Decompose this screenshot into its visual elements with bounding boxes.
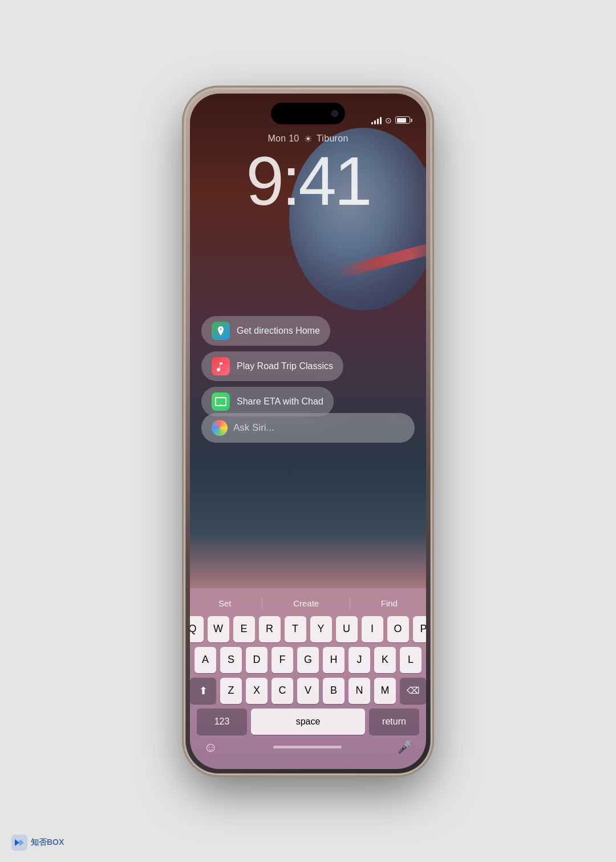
messages-icon: [212, 392, 230, 411]
divider-1: [262, 597, 262, 609]
key-h[interactable]: H: [323, 647, 345, 673]
key-row-1: Q W E R T Y U I O P: [197, 616, 419, 642]
maps-icon: [212, 322, 230, 340]
key-n[interactable]: N: [348, 678, 370, 704]
suggestion-directions-text: Get directions Home: [237, 326, 320, 336]
microphone-button[interactable]: 🎤: [397, 740, 412, 755]
key-row-2: A S D F G H J K L: [197, 647, 419, 673]
key-l[interactable]: L: [400, 647, 422, 673]
key-t[interactable]: T: [285, 616, 306, 642]
key-p[interactable]: P: [413, 616, 427, 642]
time-display: 9:41: [246, 147, 370, 215]
key-m[interactable]: M: [374, 678, 396, 704]
key-z[interactable]: Z: [220, 678, 242, 704]
key-o[interactable]: O: [387, 616, 409, 642]
suggestion-directions[interactable]: Get directions Home: [201, 316, 330, 346]
phone-screen: ⊙ Mon 10 ☀ Tiburon 9:41: [190, 94, 426, 769]
key-k[interactable]: K: [374, 647, 396, 673]
key-123[interactable]: 123: [197, 709, 247, 735]
key-a[interactable]: A: [194, 647, 216, 673]
quick-action-set[interactable]: Set: [213, 596, 237, 610]
signal-icon: [371, 116, 382, 124]
watermark-icon: [11, 835, 27, 851]
battery-fill: [397, 118, 407, 123]
key-return[interactable]: return: [369, 709, 419, 735]
quick-actions-bar: Set Create Find: [194, 593, 422, 614]
quick-action-create[interactable]: Create: [287, 596, 325, 610]
suggestion-music[interactable]: Play Road Trip Classics: [201, 351, 343, 381]
emoji-button[interactable]: ☺: [204, 739, 218, 755]
signal-bar-3: [377, 119, 379, 124]
svg-point-0: [220, 404, 222, 406]
key-u[interactable]: U: [336, 616, 358, 642]
key-q[interactable]: Q: [190, 616, 204, 642]
key-delete[interactable]: ⌫: [400, 678, 426, 704]
key-y[interactable]: Y: [310, 616, 332, 642]
key-j[interactable]: J: [348, 647, 370, 673]
ask-siri-field[interactable]: Ask Siri...: [201, 413, 415, 443]
watermark-label: 知否BOX: [31, 837, 64, 848]
dynamic-island: [271, 103, 345, 124]
signal-bar-2: [374, 120, 376, 124]
bottom-bar: ☺ 🎤: [194, 735, 422, 758]
camera-dot: [331, 110, 338, 117]
lock-content: Mon 10 ☀ Tiburon 9:41: [190, 133, 426, 215]
page-wrapper: ⊙ Mon 10 ☀ Tiburon 9:41: [0, 0, 616, 862]
key-w[interactable]: W: [208, 616, 229, 642]
home-indicator: [273, 746, 342, 748]
suggestion-messages[interactable]: Share ETA with Chad: [201, 387, 334, 416]
keyboard-area: Set Create Find Q W E R T Y: [190, 588, 426, 769]
key-s[interactable]: S: [220, 647, 242, 673]
key-e[interactable]: E: [233, 616, 255, 642]
key-x[interactable]: X: [246, 678, 268, 704]
key-space[interactable]: space: [251, 709, 365, 735]
battery-icon: [395, 116, 410, 124]
key-d[interactable]: D: [246, 647, 268, 673]
suggestion-messages-text: Share ETA with Chad: [237, 396, 323, 407]
key-f[interactable]: F: [271, 647, 293, 673]
key-shift[interactable]: ⬆: [190, 678, 216, 704]
phone-device: ⊙ Mon 10 ☀ Tiburon 9:41: [185, 89, 431, 774]
key-row-3: ⬆ Z X C V B N M ⌫: [197, 678, 419, 704]
status-icons: ⊙: [371, 116, 410, 125]
siri-orb-icon: [212, 420, 228, 436]
watermark: 知否BOX: [11, 835, 64, 851]
signal-bar-4: [380, 117, 382, 124]
quick-action-find[interactable]: Find: [375, 596, 403, 610]
key-v[interactable]: V: [297, 678, 319, 704]
key-c[interactable]: C: [271, 678, 293, 704]
divider-2: [350, 597, 350, 609]
key-row-bottom: 123 space return: [197, 709, 419, 735]
signal-bar-1: [371, 122, 373, 124]
key-i[interactable]: I: [362, 616, 383, 642]
key-r[interactable]: R: [259, 616, 281, 642]
music-icon: [212, 357, 230, 375]
key-b[interactable]: B: [323, 678, 345, 704]
wifi-icon: ⊙: [385, 116, 392, 125]
ask-siri-placeholder: Ask Siri...: [233, 422, 274, 434]
key-g[interactable]: G: [297, 647, 319, 673]
siri-suggestions: Get directions Home Play Road Trip Class…: [201, 316, 415, 416]
keyboard-rows: Q W E R T Y U I O P A S: [194, 616, 422, 735]
suggestion-music-text: Play Road Trip Classics: [237, 361, 333, 371]
